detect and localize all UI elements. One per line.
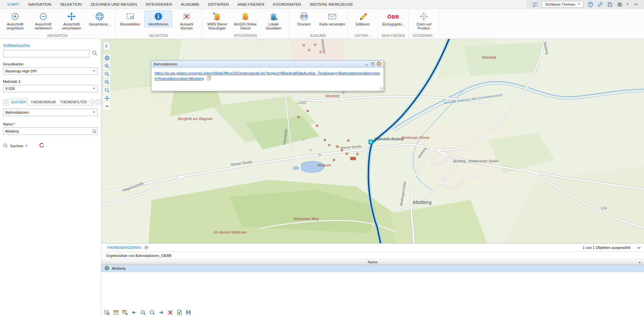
menu-tab-start[interactable]: START	[3, 0, 24, 9]
save-result-icon[interactable]	[185, 310, 191, 316]
zoom-out-icon[interactable]	[103, 70, 110, 77]
save-icon[interactable]	[607, 1, 613, 7]
previous-result-icon[interactable]	[131, 310, 137, 316]
remove-result-icon[interactable]	[167, 310, 173, 316]
results-column-header[interactable]: Name ▲	[101, 259, 644, 265]
settings-gear-icon[interactable]	[616, 1, 623, 7]
fulltext-search-input[interactable]	[3, 50, 90, 57]
ribbon-item-arcgis-online[interactable]: ArcGIS Online Dienst	[231, 10, 259, 32]
menu-tab-koordinaten[interactable]: KOORDINATEN	[268, 0, 305, 9]
ribbon-group-items: Ausschnitt vergrößern Ausschnitt verklei…	[1, 10, 114, 33]
overview-globe-icon[interactable]	[103, 54, 110, 61]
ribbon-group-selektion: Boxselektion Identifizieren Auswahl lösc…	[115, 9, 202, 39]
ribbon-group-ausgabe: Drucken Karte versenden AUSGABE	[289, 9, 348, 39]
menu-tab-analysieren[interactable]: ANALYSIEREN	[233, 0, 269, 9]
next-result-icon[interactable]	[158, 310, 164, 316]
zoom-box-icon[interactable]	[103, 78, 110, 86]
query-theme-select[interactable]: Bahnstationen ▼	[3, 109, 98, 116]
ribbon-item-einzugsgebiet[interactable]: ÖBB Einzugsgebi...	[379, 10, 407, 28]
collapse-ribbon-icon[interactable]	[633, 1, 639, 7]
external-call-link[interactable]: https://w-ws-ginten.synergis.intern/WebO…	[155, 71, 380, 81]
notes-bubble-icon[interactable]	[532, 1, 538, 7]
tab-themenfilter[interactable]: THEMENFILTER	[58, 99, 89, 105]
export-table-icon[interactable]	[122, 310, 128, 316]
close-icon[interactable]	[377, 61, 381, 67]
ribbon-item-ausschnitt-verschieben[interactable]: Ausschnitt verschieben	[57, 10, 86, 32]
pan-icon[interactable]	[103, 95, 110, 102]
ribbon-item-wms-dienst[interactable]: WMS Dienst hinzufügen	[203, 10, 231, 32]
resize-grip[interactable]	[380, 87, 383, 91]
menu-tab-navigation[interactable]: NAVIGATION	[24, 0, 56, 9]
ribbon-group-label: KOORDINAT...	[410, 33, 438, 39]
menu-tab-selektion[interactable]: SELEKTION	[56, 0, 86, 9]
tab-themenergebnis[interactable]: THEMENERGEBNIS	[106, 246, 141, 250]
chevron-down-icon: ▼	[93, 111, 95, 114]
ribbon-item-zoom-auf-position[interactable]: Zoom auf Position	[410, 10, 438, 32]
copy-link-icon[interactable]	[206, 76, 211, 82]
ribbon-item-lokale-geodaten[interactable]: Lokale Geodaten	[259, 10, 288, 32]
sort-ascending-icon[interactable]: ▲	[638, 261, 641, 264]
layers-add-icon	[212, 12, 222, 21]
ribbon-group-label: NAVIGATION	[1, 33, 114, 39]
results-panel: THEMENERGEBNIS 1 von 1 Objekten ausgewäh…	[101, 243, 644, 317]
ribbon-item-karte-versenden[interactable]: Karte versenden	[318, 10, 346, 28]
ribbon-item-identifizieren[interactable]: Identifizieren	[144, 10, 172, 28]
collapse-sidebar-button[interactable]	[103, 42, 110, 50]
menu-tab-editieren[interactable]: EDITIEREN	[204, 0, 233, 9]
tab-scroll-left-icon[interactable]: ‹	[3, 99, 8, 104]
zoom-all-icon[interactable]	[149, 310, 155, 316]
help-icon[interactable]	[587, 1, 593, 7]
ribbon-item-editieren[interactable]: Editieren	[349, 10, 377, 28]
menu-tab-zeichnen-messen[interactable]: ZEICHNEN UND MESSEN	[86, 0, 141, 9]
settings-chevron-down-icon[interactable]: ▼	[626, 3, 629, 6]
ribbon-item-gesamtansicht[interactable]: Gesamtansi...	[86, 10, 114, 28]
zoom-selected-icon[interactable]	[140, 310, 146, 316]
ribbon-item-boxselektion[interactable]: Boxselektion	[116, 10, 144, 28]
tab-overflow-icon[interactable]: ›	[96, 99, 101, 104]
name-label-text: Name	[3, 122, 13, 126]
tab-scroll-right-icon[interactable]: ›	[90, 99, 95, 104]
name-input[interactable]	[3, 127, 98, 135]
restore-window-icon[interactable]	[370, 62, 375, 67]
ribbon-item-drucken[interactable]: Drucken	[290, 10, 318, 28]
chevron-down-icon: ▼	[93, 87, 95, 90]
map-toolbar	[103, 54, 110, 110]
zoom-previous-icon[interactable]	[103, 87, 110, 94]
zoom-in-icon[interactable]	[103, 62, 110, 69]
zoom-in-circle-icon	[10, 12, 20, 21]
ribbon-item-ausschnitt-vergroessern[interactable]: Ausschnitt vergrößern	[1, 10, 29, 32]
search-icon[interactable]	[92, 50, 98, 57]
tab-themenbaum[interactable]: THEMENBAUM	[29, 99, 57, 105]
close-results-icon[interactable]	[144, 245, 149, 250]
menu-tab-ausgabe[interactable]: AUSGABE	[177, 0, 204, 9]
export-excel-icon[interactable]	[176, 310, 182, 316]
ribbon-group-editieren: Editieren EDITIER...	[348, 9, 378, 39]
link-icon[interactable]	[597, 1, 603, 7]
ribbon-item-label: WMS Dienst hinzufügen	[204, 22, 230, 30]
fulltext-search-link[interactable]: Volltextsuche	[3, 43, 98, 48]
value-picker-icon[interactable]	[92, 129, 97, 135]
suchen-button[interactable]: Suchen ▼	[3, 143, 28, 149]
selected-station-marker[interactable]	[369, 140, 373, 144]
scale-label: Maßstab 1:	[3, 80, 98, 84]
column-name-label: Name	[368, 260, 378, 264]
ribbon-item-label: Editieren	[356, 22, 369, 26]
menubar: START NAVIGATION SELEKTION ZEICHNEN UND …	[0, 0, 644, 9]
visible-themes-button[interactable]: Sichtbare Themen ▼	[542, 1, 584, 8]
dialog-titlebar[interactable]: Bahnstationen	[151, 61, 384, 68]
collapse-results-icon[interactable]	[636, 245, 641, 250]
minimize-icon[interactable]	[364, 62, 369, 67]
reset-search-icon[interactable]	[39, 142, 45, 150]
ribbon-group-items: Zoom auf Position	[410, 10, 438, 33]
ribbon-item-auswahl-loeschen[interactable]: Auswahl löschen	[172, 10, 201, 32]
menu-tab-integrieren[interactable]: INTEGRIEREN	[141, 0, 177, 9]
zoom-to-result-icon[interactable]	[104, 310, 110, 316]
scale-select[interactable]: 9.028 ▼	[3, 85, 98, 92]
tab-suchen[interactable]: SUCHEN	[9, 98, 28, 106]
basemap-select[interactable]: Basemap High DPI ▼	[3, 67, 98, 75]
table-icon[interactable]	[113, 310, 119, 316]
result-row-selected[interactable]: Absberg	[101, 265, 644, 272]
collapse-toolbar-icon[interactable]	[103, 103, 110, 110]
menu-tab-weitere-werkzeuge[interactable]: WEITERE WERKZEUGE	[305, 0, 358, 9]
ribbon-item-ausschnitt-verkleinern[interactable]: Ausschnitt verkleinern	[29, 10, 57, 32]
